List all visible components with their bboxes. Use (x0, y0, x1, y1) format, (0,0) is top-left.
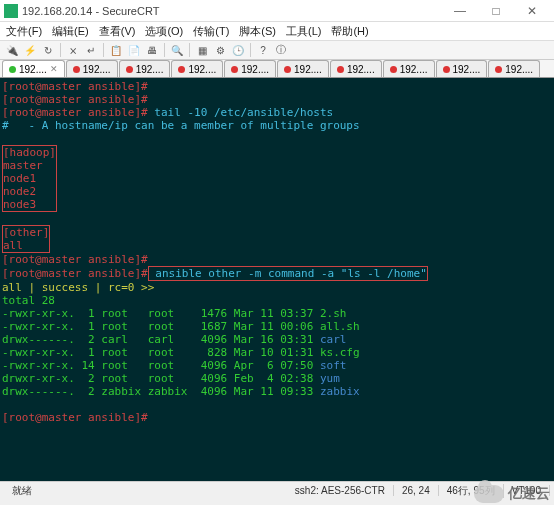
toolbar: 🔌 ⚡ ↻ ⨯ ↵ 📋 📄 🖶 🔍 ▦ ⚙ 🕒 ? ⓘ (0, 40, 554, 60)
host: master (3, 159, 43, 172)
copy-icon[interactable]: 📋 (108, 42, 124, 58)
ls-dir: zabbix (320, 385, 360, 398)
session-tab-8[interactable]: 192.... (436, 60, 488, 77)
session-tab-7[interactable]: 192.... (383, 60, 435, 77)
enter-icon[interactable]: ↵ (83, 42, 99, 58)
ls-row: -rwxr-xr-x. 1 root root 828 Mar 10 01:31… (2, 346, 360, 359)
status-ready: 就绪 (4, 484, 287, 498)
menu-view[interactable]: 查看(V) (99, 24, 136, 39)
separator (189, 43, 190, 57)
disconnected-icon (284, 66, 291, 73)
menu-file[interactable]: 文件(F) (6, 24, 42, 39)
maximize-button[interactable]: □ (478, 1, 514, 21)
disconnected-icon (495, 66, 502, 73)
prompt: [root@master ansible]# (2, 106, 148, 119)
tab-label: 192.... (453, 64, 481, 75)
terminal[interactable]: [root@master ansible]# [root@master ansi… (0, 78, 554, 481)
minimize-button[interactable]: — (442, 1, 478, 21)
print-icon[interactable]: 🖶 (144, 42, 160, 58)
disconnect-icon[interactable]: ⨯ (65, 42, 81, 58)
ls-row: drwx------. 2 zabbix zabbix 4096 Mar 11 … (2, 385, 320, 398)
disconnected-icon (443, 66, 450, 73)
output-comment: # - A hostname/ip can be a member of mul… (2, 119, 360, 132)
command-ansible: ansible other -m command -a "ls -l /home… (149, 267, 427, 280)
find-icon[interactable]: 🔍 (169, 42, 185, 58)
tab-label: 192.... (241, 64, 269, 75)
tab-label: 192.... (347, 64, 375, 75)
tab-label: 192.... (136, 64, 164, 75)
separator (164, 43, 165, 57)
session-tab-1[interactable]: 192.... (66, 60, 118, 77)
cloud-icon (474, 485, 504, 503)
session-tab-9[interactable]: 192.... (488, 60, 540, 77)
group-header: [hadoop] (3, 146, 56, 159)
prompt: [root@master ansible]# (2, 253, 148, 266)
command-tail: tail -10 /etc/ansible/hosts (148, 106, 333, 119)
session-tab-3[interactable]: 192.... (171, 60, 223, 77)
watermark: 亿速云 (474, 485, 550, 503)
paste-icon[interactable]: 📄 (126, 42, 142, 58)
host: node3 (3, 198, 36, 211)
group-hadoop-box: [hadoop] master node1 node2 node3 (2, 145, 57, 212)
session-tab-2[interactable]: 192.... (119, 60, 171, 77)
ls-row: -rwxr-xr-x. 1 root root 1476 Mar 11 03:3… (2, 307, 346, 320)
sessions-icon[interactable]: ▦ (194, 42, 210, 58)
tab-label: 192.... (505, 64, 533, 75)
clock-icon[interactable]: 🕒 (230, 42, 246, 58)
session-tab-5[interactable]: 192.... (277, 60, 329, 77)
group-header: [other] (3, 226, 49, 239)
disconnected-icon (178, 66, 185, 73)
watermark-text: 亿速云 (508, 485, 550, 503)
host: node1 (3, 172, 36, 185)
host: all (3, 239, 23, 252)
prompt: [root@master ansible]# (2, 267, 148, 280)
tab-label: 192.... (19, 64, 47, 75)
menu-help[interactable]: 帮助(H) (331, 24, 368, 39)
app-icon (4, 4, 18, 18)
quick-connect-icon[interactable]: ⚡ (22, 42, 38, 58)
session-tab-0[interactable]: 192....✕ (2, 60, 65, 77)
group-other-box: [other] all (2, 225, 50, 253)
menu-script[interactable]: 脚本(S) (239, 24, 276, 39)
result-header: all | success | rc=0 >> (2, 281, 154, 294)
ls-dir: yum (320, 372, 340, 385)
menu-edit[interactable]: 编辑(E) (52, 24, 89, 39)
disconnected-icon (390, 66, 397, 73)
separator (60, 43, 61, 57)
options-icon[interactable]: ⚙ (212, 42, 228, 58)
disconnected-icon (337, 66, 344, 73)
close-button[interactable]: ✕ (514, 1, 550, 21)
disconnected-icon (231, 66, 238, 73)
menu-tools[interactable]: 工具(L) (286, 24, 321, 39)
separator (250, 43, 251, 57)
window-title: 192.168.20.14 - SecureCRT (22, 5, 442, 17)
prompt: [root@master ansible]# (2, 80, 148, 93)
session-tab-6[interactable]: 192.... (330, 60, 382, 77)
tabbar: 192....✕192....192....192....192....192.… (0, 60, 554, 78)
disconnected-icon (126, 66, 133, 73)
ls-dir: soft (320, 359, 347, 372)
command-ansible-box: ansible other -m command -a "ls -l /home… (148, 266, 428, 281)
tab-close-icon[interactable]: ✕ (50, 64, 58, 74)
connect-icon[interactable]: 🔌 (4, 42, 20, 58)
menu-transfer[interactable]: 传输(T) (193, 24, 229, 39)
ls-row: drwxr-xr-x. 2 root root 4096 Feb 4 02:38 (2, 372, 320, 385)
prompt: [root@master ansible]# (2, 411, 148, 424)
menu-options[interactable]: 选项(O) (145, 24, 183, 39)
tab-label: 192.... (188, 64, 216, 75)
prompt: [root@master ansible]# (2, 93, 148, 106)
statusbar: 就绪 ssh2: AES-256-CTR 26, 24 46行, 95列 VT1… (0, 481, 554, 499)
reconnect-icon[interactable]: ↻ (40, 42, 56, 58)
menubar: 文件(F) 编辑(E) 查看(V) 选项(O) 传输(T) 脚本(S) 工具(L… (0, 22, 554, 40)
help-icon[interactable]: ? (255, 42, 271, 58)
tab-label: 192.... (400, 64, 428, 75)
tab-label: 192.... (294, 64, 322, 75)
ls-row: -rwxr-xr-x. 1 root root 1687 Mar 11 00:0… (2, 320, 360, 333)
disconnected-icon (73, 66, 80, 73)
session-tab-4[interactable]: 192.... (224, 60, 276, 77)
separator (103, 43, 104, 57)
connected-icon (9, 66, 16, 73)
ls-row: -rwxr-xr-x. 14 root root 4096 Apr 6 07:5… (2, 359, 320, 372)
about-icon[interactable]: ⓘ (273, 42, 289, 58)
status-cursor-pos: 26, 24 (394, 485, 439, 496)
